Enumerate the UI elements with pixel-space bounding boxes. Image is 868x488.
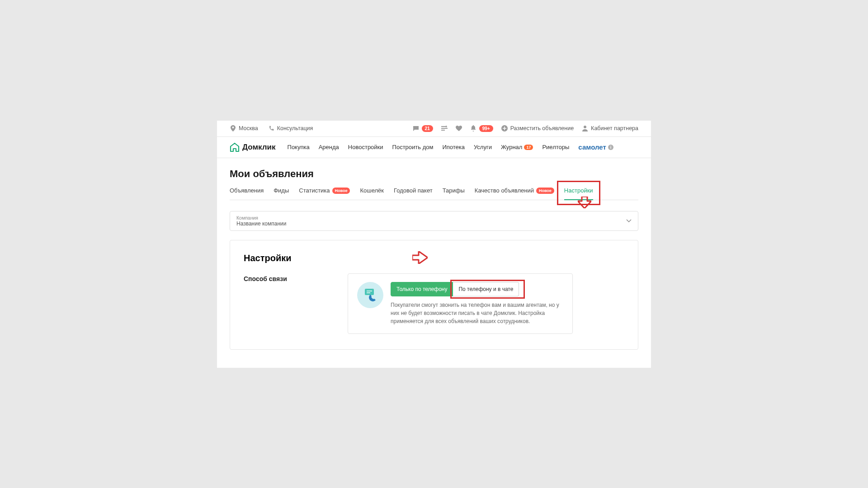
house-icon	[230, 142, 240, 152]
tab-settings[interactable]: Настройки	[564, 187, 593, 200]
logo-text: Домклик	[242, 143, 276, 152]
partner-label: Кабинет партнера	[591, 125, 638, 131]
app-frame: Москва Консультация 21	[217, 121, 651, 368]
contact-label: Способ связи	[244, 273, 334, 282]
consult-label: Консультация	[277, 125, 313, 131]
city-label: Москва	[239, 125, 258, 131]
chat-icon	[413, 125, 419, 131]
nav-samolet[interactable]: самолет i	[578, 143, 613, 151]
compare-icon	[441, 125, 448, 131]
dropdown-text: Компания Название компании	[236, 215, 286, 227]
chevron-down-icon	[626, 219, 632, 223]
logo[interactable]: Домклик	[230, 142, 276, 152]
nav-build[interactable]: Построить дом	[392, 144, 434, 150]
partner-link[interactable]: Кабинет партнера	[582, 125, 638, 131]
nav-mortgage[interactable]: Ипотека	[442, 144, 465, 150]
main-nav: Домклик Покупка Аренда Новостройки Постр…	[217, 137, 651, 158]
info-icon: i	[608, 145, 613, 150]
option-desc: Покупатели смогут звонить на телефон вам…	[391, 301, 563, 325]
nav-rent[interactable]: Аренда	[319, 144, 339, 150]
journal-badge: 17	[524, 145, 533, 150]
nav-newbuild[interactable]: Новостройки	[348, 144, 383, 150]
settings-title: Настройки	[244, 253, 624, 263]
option-main: Только по телефону По телефону и в чате …	[391, 282, 563, 325]
bell-icon	[470, 125, 476, 131]
consult-link[interactable]: Консультация	[268, 125, 313, 131]
tab-stats[interactable]: Статистика Новое	[299, 187, 350, 199]
settings-row: Способ связи Только по телефону	[244, 273, 624, 334]
tab-annual[interactable]: Годовой пакет	[394, 187, 433, 199]
compare-link[interactable]	[441, 125, 448, 131]
svg-rect-4	[365, 289, 374, 295]
chat-badge: 21	[422, 125, 433, 132]
post-ad-label: Разместить объявление	[510, 125, 574, 131]
page-title: Мои объявления	[230, 168, 638, 180]
post-ad-link[interactable]: Разместить объявление	[501, 125, 574, 131]
contact-icon	[357, 282, 383, 308]
tabs: Объявления Фиды Статистика Новое Кошелёк…	[230, 187, 638, 200]
svg-text:i: i	[610, 145, 611, 150]
phone-icon	[268, 125, 274, 131]
tab-wallet[interactable]: Кошелёк	[360, 187, 384, 199]
settings-card: Настройки Способ связи	[230, 240, 638, 350]
notifications-link[interactable]: 99+	[470, 125, 493, 132]
new-badge: Новое	[332, 188, 350, 194]
chat-link[interactable]: 21	[413, 125, 433, 132]
company-dropdown[interactable]: Компания Название компании	[230, 211, 638, 231]
tab-ads[interactable]: Объявления	[230, 187, 264, 199]
bell-badge: 99+	[479, 125, 493, 132]
pin-icon	[230, 125, 236, 131]
toggle-row: Только по телефону По телефону и в чате	[391, 282, 563, 296]
content: Мои объявления Объявления Фиды Статистик…	[217, 158, 651, 368]
plus-circle-icon	[501, 125, 508, 131]
heart-icon	[456, 125, 462, 131]
city-selector[interactable]: Москва	[230, 125, 258, 131]
favorites-link[interactable]	[456, 125, 462, 131]
contact-option-box: Только по телефону По телефону и в чате …	[348, 273, 573, 334]
tab-feeds[interactable]: Фиды	[274, 187, 289, 199]
nav-journal[interactable]: Журнал 17	[501, 144, 533, 150]
dropdown-value: Название компании	[236, 221, 286, 227]
toggle-phone-only[interactable]: Только по телефону	[391, 282, 453, 296]
nav-buy[interactable]: Покупка	[288, 144, 310, 150]
top-right: 21 99+ Разме	[413, 125, 638, 132]
toggle-phone-chat[interactable]: По телефону и в чате	[453, 282, 519, 296]
nav-services[interactable]: Услуги	[474, 144, 492, 150]
nav-realtors[interactable]: Риелторы	[542, 144, 569, 150]
nav-items: Покупка Аренда Новостройки Построить дом…	[288, 143, 613, 151]
top-bar: Москва Консультация 21	[217, 121, 651, 137]
tab-tariffs[interactable]: Тарифы	[443, 187, 465, 199]
dropdown-label: Компания	[236, 215, 286, 221]
svg-point-1	[584, 126, 586, 128]
tab-quality[interactable]: Качество объявлений Новое	[475, 187, 554, 199]
top-left: Москва Консультация	[230, 125, 313, 131]
new-badge: Новое	[536, 188, 554, 194]
user-icon	[582, 125, 588, 131]
